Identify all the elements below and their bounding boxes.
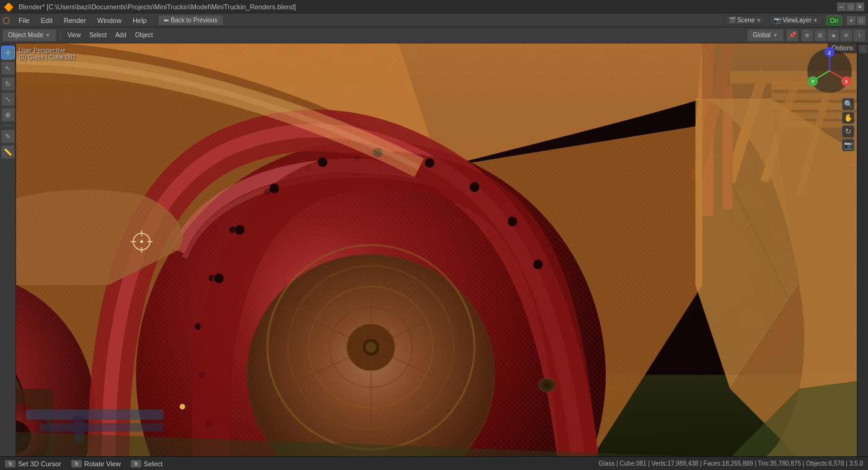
back-to-previous-button[interactable]: ⬅ Back to Previous	[158, 15, 223, 25]
svg-point-58	[508, 217, 518, 227]
svg-point-52	[235, 225, 245, 235]
status-cursor: 🖱 Set 3D Cursor	[5, 460, 61, 468]
svg-point-69	[365, 342, 376, 353]
overlay-btn3[interactable]: ◈	[827, 29, 839, 42]
blender-icon: ⬡	[2, 16, 10, 25]
svg-point-51	[214, 273, 224, 283]
right-panel-btn1[interactable]: ›	[859, 45, 867, 53]
svg-text:Y: Y	[812, 79, 815, 84]
camera-btn[interactable]: 📷	[842, 139, 854, 151]
maximize-button[interactable]: □	[846, 2, 855, 11]
annotate-tool[interactable]: ✎	[1, 130, 15, 143]
viewport-gizmos: Z X Y 🔍 ✋ ↻ 📷	[805, 46, 854, 151]
viewport-toolbar-1: Object Mode ▼ View Select Add Object Glo…	[0, 27, 868, 43]
select-menu[interactable]: Select	[86, 30, 110, 40]
object-mode-selector[interactable]: Object Mode ▼	[2, 29, 56, 42]
menu-render[interactable]: Render	[59, 16, 91, 25]
svg-point-84	[140, 240, 143, 242]
on-badge: On	[826, 16, 842, 25]
rotate-action: Rotate View	[84, 460, 121, 468]
status-select: 🖱 Select	[131, 460, 163, 468]
main-content: ✛ ↖ ↻ ⤡ ⊕ ✎ 📏	[0, 43, 868, 456]
window-controls: ─ □ ✕	[837, 2, 864, 11]
overlay-btn5[interactable]: ⌇	[853, 29, 866, 42]
select-key: 🖱	[131, 460, 141, 468]
top-right-btn2[interactable]: □	[857, 16, 866, 25]
cursor-tool[interactable]: ✛	[1, 46, 15, 60]
right-panel: ›	[857, 43, 868, 456]
add-menu[interactable]: Add	[112, 30, 130, 40]
scene-point	[180, 404, 185, 409]
title-bar: 🔶 Blender* [C:\Users\bazi\Documents\Proj…	[0, 0, 868, 14]
svg-point-53	[269, 184, 279, 193]
svg-text:Z: Z	[828, 51, 831, 55]
svg-rect-76	[25, 409, 164, 420]
viewport[interactable]: User Perspective (0) Glass | Cube.081 Op…	[16, 43, 857, 456]
menu-file[interactable]: File	[14, 16, 35, 25]
gizmo-svg: Z X Y	[805, 46, 854, 95]
cursor-action: Set 3D Cursor	[18, 460, 61, 468]
global-selector[interactable]: Global ▼	[747, 29, 784, 42]
tool-separator	[2, 125, 14, 126]
status-rotate: 🖱 Rotate View	[71, 460, 121, 468]
viewport-canvas	[16, 43, 857, 456]
svg-point-59	[533, 260, 543, 270]
top-right-btn1[interactable]: ×	[847, 16, 856, 25]
svg-point-71	[544, 382, 551, 389]
transform-tool[interactable]: ⊕	[1, 108, 15, 122]
rotate-key: 🖱	[71, 460, 82, 468]
minimize-button[interactable]: ─	[837, 2, 846, 11]
menu-edit[interactable]: Edit	[36, 16, 58, 25]
select-action: Select	[144, 460, 163, 468]
status-info: Glass | Cube.081 | Verts:17,988,438 | Fa…	[599, 460, 863, 467]
zoom-in-btn[interactable]: 🔍	[842, 98, 854, 110]
pan-btn[interactable]: ✋	[842, 112, 854, 124]
cursor-key: 🖱	[5, 460, 16, 468]
svg-point-57	[469, 182, 479, 192]
rotate-view-btn[interactable]: ↻	[842, 125, 854, 138]
scale-tool[interactable]: ⤡	[1, 92, 15, 106]
object-menu[interactable]: Object	[132, 30, 156, 40]
separator-1	[60, 30, 61, 40]
left-toolbar: ✛ ↖ ↻ ⤡ ⊕ ✎ 📏	[0, 43, 16, 456]
scene-picker[interactable]: 🎬 Scene ▼	[724, 16, 766, 25]
pin-btn[interactable]: 📌	[786, 29, 799, 42]
overlay-btn1[interactable]: ⊕	[801, 29, 813, 42]
move-tool[interactable]: ↖	[1, 61, 15, 75]
blender-logo: 🔶	[4, 2, 14, 12]
svg-text:X: X	[845, 79, 848, 84]
status-bar: 🖱 Set 3D Cursor 🖱 Rotate View 🖱 Select G…	[0, 456, 868, 470]
svg-point-54	[317, 157, 327, 167]
navigation-gizmo[interactable]: Z X Y	[805, 46, 854, 95]
small-bolt	[539, 378, 556, 392]
title-bar-text: Blender* [C:\Users\bazi\Documents\Projec…	[19, 3, 296, 11]
menu-window[interactable]: Window	[92, 16, 126, 25]
viewport-right-tools: 🔍 ✋ ↻ 📷	[842, 98, 854, 151]
menu-help[interactable]: Help	[128, 16, 152, 25]
close-button[interactable]: ✕	[856, 2, 864, 11]
top-menu-bar: ⬡ File Edit Render Window Help ⬅ Back to…	[0, 14, 868, 27]
viewlayer-picker[interactable]: 📷 ViewLayer ▼	[769, 16, 822, 25]
rotate-tool[interactable]: ↻	[1, 77, 15, 91]
overlay-btn2[interactable]: ⊞	[814, 29, 826, 42]
overlay-btn4[interactable]: ≋	[840, 29, 852, 42]
measure-tool[interactable]: 📏	[1, 145, 15, 159]
view-menu[interactable]: View	[64, 30, 84, 40]
svg-rect-77	[40, 423, 164, 432]
svg-point-56	[425, 158, 435, 168]
